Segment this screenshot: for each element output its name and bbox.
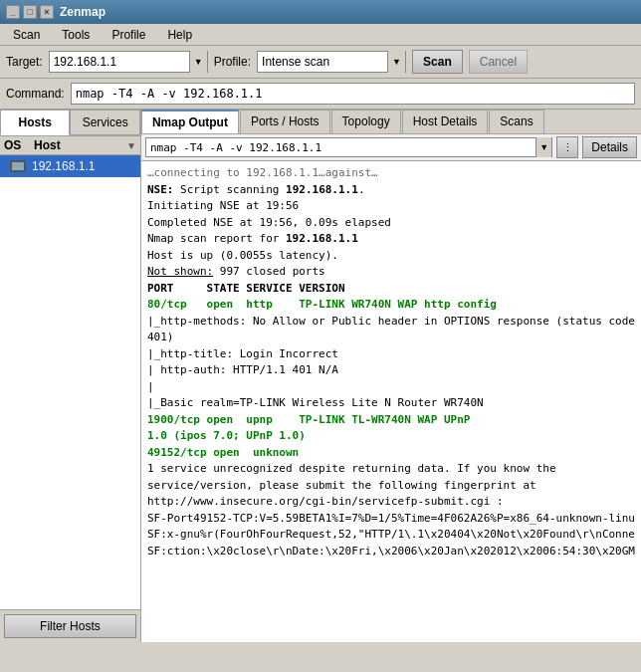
tab-services[interactable]: Services — [70, 110, 139, 135]
output-line-sf2: SF:x-gnu%r(FourOhFourRequest,52,"HTTP/1\… — [147, 528, 635, 541]
title-bar-controls[interactable]: _ □ × — [6, 5, 54, 19]
output-line-scan-report: Nmap scan report for 192.168.1.1 — [147, 232, 358, 245]
command-label: Command: — [6, 87, 65, 101]
profile-label: Profile: — [214, 55, 251, 69]
output-command-bar: nmap -T4 -A -v 192.168.1.1 ▼ ⋮ Details — [141, 134, 641, 161]
toolbar: Target: ▼ Profile: Intense scan ▼ Scan C… — [0, 46, 641, 79]
target-field-wrapper[interactable]: ▼ — [49, 51, 208, 73]
output-command-text: nmap -T4 -A -v 192.168.1.1 — [146, 141, 535, 154]
host-list-header: OS Host ▼ — [0, 136, 140, 155]
title-bar-left: _ □ × Zenmap — [6, 5, 106, 19]
target-input[interactable] — [50, 52, 189, 72]
output-line-service-unrecog: 1 service unrecognized despite returning… — [147, 462, 556, 508]
scan-button[interactable]: Scan — [412, 50, 463, 74]
tab-host-details[interactable]: Host Details — [402, 110, 489, 133]
menu-bar: Scan Tools Profile Help — [0, 24, 641, 46]
output-line-init-nse: Initiating NSE at 19:56 — [147, 199, 299, 212]
column-host: Host — [34, 138, 126, 152]
menu-help[interactable]: Help — [158, 25, 201, 45]
maximize-button[interactable]: □ — [23, 5, 37, 19]
details-button[interactable]: Details — [582, 136, 637, 158]
tab-hosts[interactable]: Hosts — [0, 110, 70, 135]
output-line-sf1: SF-Port49152-TCP:V=5.59BETA1%I=7%D=1/5%T… — [147, 512, 635, 525]
minimize-button[interactable]: _ — [6, 5, 20, 19]
profile-dropdown-arrow[interactable]: ▼ — [387, 51, 405, 73]
tab-ports-hosts[interactable]: Ports / Hosts — [240, 110, 330, 133]
menu-profile[interactable]: Profile — [103, 25, 154, 45]
output-command-wrapper[interactable]: nmap -T4 -A -v 192.168.1.1 ▼ — [145, 137, 552, 157]
output-line-completed-nse: Completed NSE at 19:56, 0.09s elapsed — [147, 216, 391, 229]
tab-topology[interactable]: Topology — [331, 110, 401, 133]
profile-field-wrapper[interactable]: Intense scan ▼ — [257, 51, 406, 73]
output-line-pipe: | — [147, 380, 154, 393]
output-line-80tcp: 80/tcp open http TP-LINK WR740N WAP http… — [147, 298, 497, 311]
right-tabs: Nmap Output Ports / Hosts Topology Host … — [141, 110, 641, 134]
target-label: Target: — [6, 55, 43, 69]
command-bar: Command: — [0, 79, 641, 110]
host-ip: 192.168.1.1 — [32, 159, 95, 173]
left-tabs: Hosts Services — [0, 110, 140, 136]
output-line-http-methods: |_http-methods: No Allow or Public heade… — [147, 315, 635, 344]
monitor-icon — [10, 160, 26, 172]
filter-bar: Filter Hosts — [0, 609, 140, 642]
cancel-button[interactable]: Cancel — [469, 50, 528, 74]
output-line-1900tcp-cont: 1.0 (ipos 7.0; UPnP 1.0) — [147, 429, 306, 442]
column-os: OS — [4, 138, 34, 152]
output-line-sf3: SF:ction:\x20close\r\nDate:\x20Fri,\x200… — [147, 545, 635, 558]
close-button[interactable]: × — [40, 5, 54, 19]
host-row[interactable]: 192.168.1.1 — [0, 155, 140, 177]
sort-icon: ▼ — [126, 140, 136, 151]
tab-nmap-output[interactable]: Nmap Output — [141, 110, 239, 133]
output-options-button[interactable]: ⋮ — [556, 136, 578, 158]
output-line-not-shown: Not shown: 997 closed ports — [147, 265, 325, 278]
output-line-header: PORT STATE SERVICE VERSION — [147, 282, 345, 295]
os-icon — [4, 160, 32, 172]
output-command-arrow[interactable]: ▼ — [535, 137, 551, 157]
command-input[interactable] — [71, 83, 635, 105]
output-line-host-up: Host is up (0.0055s latency). — [147, 249, 338, 262]
output-area: nmap -T4 -A -v 192.168.1.1 ▼ ⋮ Details …… — [141, 134, 641, 642]
output-line-1900tcp: 1900/tcp open upnp TP-LINK TL-WR740N WAP… — [147, 413, 471, 426]
profile-value: Intense scan — [258, 55, 387, 69]
title-bar: _ □ × Zenmap — [0, 0, 641, 24]
host-list: 192.168.1.1 — [0, 155, 140, 609]
left-panel: Hosts Services OS Host ▼ 192.168.1.1 Fil… — [0, 110, 141, 642]
output-content: …connecting to 192.168.1.1…against… NSE:… — [141, 161, 641, 642]
output-line-basic-realm: |_Basic realm=TP-LINK Wireless Lite N Ro… — [147, 396, 484, 409]
main-area: Hosts Services OS Host ▼ 192.168.1.1 Fil… — [0, 110, 641, 642]
menu-scan[interactable]: Scan — [4, 25, 49, 45]
menu-tools[interactable]: Tools — [53, 25, 99, 45]
right-panel: Nmap Output Ports / Hosts Topology Host … — [141, 110, 641, 642]
output-line-http-auth: | http-auth: HTTP/1.1 401 N/A — [147, 363, 338, 376]
output-line-http-title: |_http-title: Login Incorrect — [147, 347, 338, 360]
tab-scans[interactable]: Scans — [489, 110, 543, 133]
output-truncated-line: …connecting to 192.168.1.1…against… — [147, 166, 378, 179]
filter-hosts-button[interactable]: Filter Hosts — [4, 614, 136, 638]
app-title: Zenmap — [60, 5, 106, 19]
target-dropdown-arrow[interactable]: ▼ — [189, 51, 207, 73]
output-line-nse: NSE: Script scanning 192.168.1.1. — [147, 183, 365, 196]
output-line-49152tcp: 49152/tcp open unknown — [147, 446, 299, 459]
